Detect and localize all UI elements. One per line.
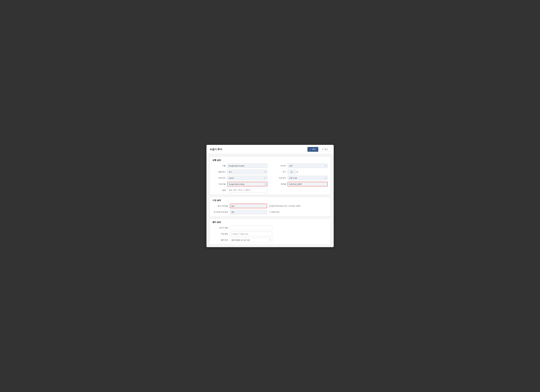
exec-method-select[interactable]: 주기 — [227, 170, 267, 174]
table-row: 테이블 — [273, 182, 328, 186]
confirm-label: 확인 — [312, 148, 316, 151]
modal-container: 수집기 추가 ✓ 확인 ✕ 취소 공통 설정 이름 — [206, 145, 334, 247]
confirm-button[interactable]: ✓ 확인 — [307, 147, 318, 152]
monitoring-days-row: 모니터링 대상 일수 1~180일 범위 — [212, 210, 328, 214]
filter-settings-section: 필터 설정 정규식 패턴 대상 필드 필터 방식 패턴 매칭된 로그만 수집 — [210, 219, 330, 245]
cancel-button[interactable]: ✕ 취소 — [319, 147, 330, 152]
asset-ip-row: 자산 IP 선택 — [273, 164, 328, 168]
filter-method-label: 필터 방식 — [212, 239, 228, 241]
modal-header: 수집기 추가 ✓ 확인 ✕ 취소 — [206, 145, 334, 154]
load-position-select[interactable]: control — [227, 176, 267, 180]
filter-method-select[interactable]: 패턴 매칭된 로그만 수집 — [230, 238, 272, 242]
name-input[interactable] — [227, 164, 267, 168]
regex-row: 정규식 패턴 — [212, 226, 328, 230]
monitoring-days-label: 모니터링 대상 일수 — [212, 211, 228, 213]
exec-method-row: 실행 방식 주기 — [212, 170, 267, 174]
check-icon: ✓ — [310, 148, 311, 151]
collect-position-label: 수집 위치 — [273, 177, 286, 179]
table-input[interactable] — [288, 182, 328, 186]
modal-title: 수집기 추가 — [210, 148, 222, 151]
header-buttons: ✓ 확인 ✕ 취소 — [307, 147, 330, 152]
common-settings-grid: 이름 실행 방식 주기 적재 위치 control — [212, 164, 328, 192]
common-left-col: 이름 실행 방식 주기 적재 위치 control — [212, 164, 267, 192]
regex-label: 정규식 패턴 — [212, 227, 228, 229]
cycle-input[interactable] — [288, 170, 295, 174]
filter-settings-title: 필터 설정 — [212, 221, 328, 223]
name-label: 이름 — [212, 165, 226, 167]
x-icon: ✕ — [322, 148, 324, 151]
cycle-group: 초 — [288, 170, 298, 174]
cycle-unit: 초 — [296, 171, 298, 173]
monitoring-days-helper: 1~180일 범위 — [269, 211, 280, 213]
monitoring-days-input[interactable] — [230, 210, 267, 214]
load-position-row: 적재 위치 control — [212, 176, 267, 180]
load-position-label: 적재 위치 — [212, 177, 226, 179]
collect-model-label: 수집 모델 — [212, 183, 226, 185]
common-settings-title: 공통 설정 — [212, 159, 328, 161]
collect-model-row: 수집 모델 Google Meet Activity — [212, 182, 267, 186]
description-textarea[interactable] — [227, 188, 267, 192]
exec-method-label: 실행 방식 — [212, 171, 226, 173]
target-field-row: 대상 필드 — [212, 232, 328, 236]
collection-settings-title: 수집 설정 — [212, 199, 328, 201]
table-label: 테이블 — [273, 183, 286, 185]
asset-ip-select[interactable]: 선택 — [288, 164, 328, 168]
collection-settings-section: 수집 설정 접속 프로파일 Google Workspace 접속 프로파일 식… — [210, 197, 330, 216]
common-right-col: 자산 IP 선택 주기 초 수 — [273, 164, 328, 192]
cycle-label: 주기 — [273, 171, 286, 173]
connection-profile-input[interactable] — [230, 204, 267, 208]
asset-ip-label: 자산 IP — [273, 165, 286, 167]
connection-profile-label: 접속 프로파일 — [212, 205, 228, 207]
regex-input[interactable] — [230, 226, 272, 230]
filter-fields: 정규식 패턴 대상 필드 필터 방식 패턴 매칭된 로그만 수집 — [212, 226, 328, 242]
collection-fields: 접속 프로파일 Google Workspace 접속 프로파일 식별자 모니터… — [212, 204, 328, 214]
name-row: 이름 — [212, 164, 267, 168]
cycle-row: 주기 초 — [273, 170, 328, 174]
target-field-input[interactable] — [230, 232, 272, 236]
filter-method-row: 필터 방식 패턴 매칭된 로그만 수집 — [212, 238, 328, 242]
modal-body: 공통 설정 이름 실행 방식 주기 — [206, 154, 334, 247]
cancel-label: 취소 — [324, 148, 328, 151]
connection-profile-helper: Google Workspace 접속 프로파일 식별자 — [269, 205, 301, 207]
description-label: 설명 — [212, 189, 226, 191]
collect-position-row: 수집 위치 선택 안 함 — [273, 176, 328, 180]
description-row: 설명 — [212, 188, 267, 192]
connection-profile-row: 접속 프로파일 Google Workspace 접속 프로파일 식별자 — [212, 204, 328, 208]
collect-model-select[interactable]: Google Meet Activity — [227, 182, 267, 186]
target-field-label: 대상 필드 — [212, 233, 228, 235]
collect-position-select[interactable]: 선택 안 함 — [288, 176, 328, 180]
common-settings-section: 공통 설정 이름 실행 방식 주기 — [210, 157, 330, 195]
